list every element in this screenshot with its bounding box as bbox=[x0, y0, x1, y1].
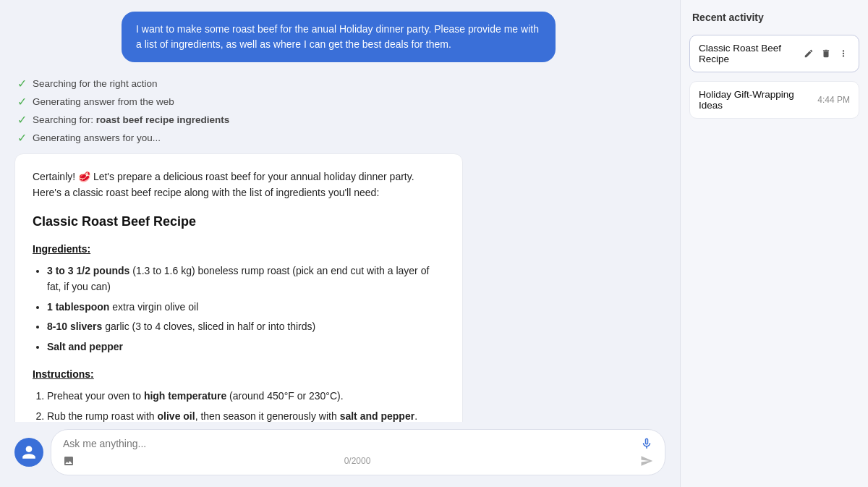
status-text-3: Searching for: roast beef recipe ingredi… bbox=[33, 114, 229, 125]
check-icon-4: ✓ bbox=[17, 131, 27, 145]
input-bottom-row: 0/2000 bbox=[63, 454, 653, 467]
search-input[interactable] bbox=[63, 438, 634, 449]
trash-icon bbox=[821, 48, 831, 59]
ingredients-heading: Ingredients: bbox=[33, 241, 445, 257]
status-text-1: Searching for the right action bbox=[33, 78, 158, 89]
input-top-row bbox=[63, 437, 653, 450]
instructions-heading: Instructions: bbox=[33, 366, 445, 382]
instruction-1: Preheat your oven to high temperature (a… bbox=[47, 388, 445, 404]
status-item-3: ✓ Searching for: roast beef recipe ingre… bbox=[17, 113, 660, 127]
ingredient-4: Salt and pepper bbox=[47, 339, 445, 355]
edit-button-1[interactable] bbox=[802, 47, 815, 60]
edit-icon bbox=[804, 48, 814, 59]
main-chat-area: I want to make some roast beef for the a… bbox=[0, 0, 680, 487]
sidebar-title: Recent activity bbox=[689, 12, 859, 23]
check-icon-3: ✓ bbox=[17, 113, 27, 127]
recent-item-2[interactable]: Holiday Gift-Wrapping Ideas 4:44 PM bbox=[689, 81, 859, 119]
recent-item-title-2: Holiday Gift-Wrapping Ideas bbox=[699, 89, 812, 111]
ingredient-3: 8-10 slivers garlic (3 to 4 cloves, slic… bbox=[47, 318, 445, 334]
delete-button-1[interactable] bbox=[820, 47, 833, 60]
status-item-4: ✓ Generating answers for you... bbox=[17, 131, 660, 145]
status-item-1: ✓ Searching for the right action bbox=[17, 77, 660, 90]
mic-button[interactable] bbox=[640, 437, 653, 450]
avatar-icon bbox=[21, 444, 37, 460]
char-count: 0/2000 bbox=[344, 456, 371, 466]
attach-icon bbox=[63, 455, 75, 467]
more-button-1[interactable] bbox=[837, 47, 850, 60]
more-icon bbox=[838, 48, 848, 59]
attach-button[interactable] bbox=[63, 455, 75, 467]
recipe-card: Certainly! 🥩 Let's prepare a delicious r… bbox=[14, 153, 463, 422]
chat-scroll: I want to make some roast beef for the a… bbox=[14, 12, 665, 422]
recipe-title: Classic Roast Beef Recipe bbox=[33, 211, 445, 232]
recent-item-1[interactable]: Classic Roast Beef Recipe bbox=[689, 35, 859, 72]
ingredient-2: 1 tablespoon extra virgin olive oil bbox=[47, 299, 445, 315]
ingredient-1: 3 to 3 1/2 pounds (1.3 to 1.6 kg) bonele… bbox=[47, 263, 445, 295]
mic-icon bbox=[640, 437, 653, 450]
recipe-intro: Certainly! 🥩 Let's prepare a delicious r… bbox=[33, 169, 445, 201]
check-icon-1: ✓ bbox=[17, 77, 27, 90]
status-item-2: ✓ Generating answer from the web bbox=[17, 95, 660, 109]
recent-item-title-1: Classic Roast Beef Recipe bbox=[699, 43, 802, 64]
instruction-2: Rub the rump roast with olive oil, then … bbox=[47, 408, 445, 422]
input-area: 0/2000 bbox=[14, 422, 665, 480]
send-icon bbox=[640, 454, 653, 467]
sidebar: Recent activity Classic Roast Beef Recip… bbox=[680, 0, 868, 487]
recent-item-time-2: 4:44 PM bbox=[817, 95, 850, 105]
recent-item-actions-1 bbox=[802, 47, 850, 60]
status-text-2: Generating answer from the web bbox=[33, 96, 174, 107]
status-text-4: Generating answers for you... bbox=[33, 132, 161, 143]
instructions-list: Preheat your oven to high temperature (a… bbox=[33, 388, 445, 422]
user-message: I want to make some roast beef for the a… bbox=[122, 12, 556, 62]
input-box: 0/2000 bbox=[51, 429, 665, 475]
user-message-text: I want to make some roast beef for the a… bbox=[136, 23, 539, 50]
ingredients-list: 3 to 3 1/2 pounds (1.3 to 1.6 kg) bonele… bbox=[33, 263, 445, 355]
send-button[interactable] bbox=[640, 454, 653, 467]
status-list: ✓ Searching for the right action ✓ Gener… bbox=[14, 77, 663, 145]
check-icon-2: ✓ bbox=[17, 95, 27, 109]
input-row: 0/2000 bbox=[14, 429, 665, 475]
avatar bbox=[14, 438, 43, 467]
